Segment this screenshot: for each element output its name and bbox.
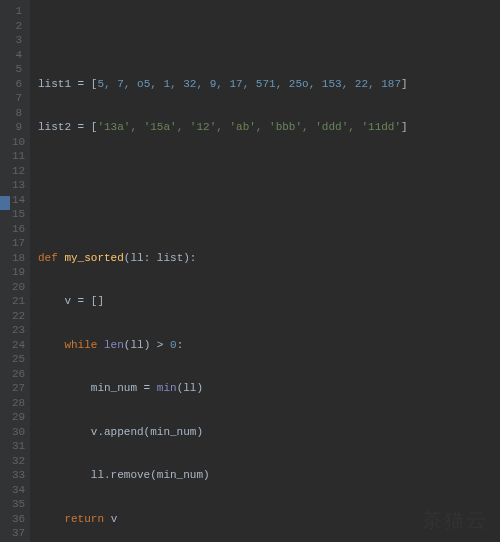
line-number: 1 xyxy=(12,4,22,19)
code-line[interactable]: return v xyxy=(38,512,500,527)
line-number: 22 xyxy=(12,309,22,324)
code-token: 5, 7, o5, 1, 32, 9, 17, 571, 25o, 153, 2… xyxy=(97,78,401,90)
code-line[interactable] xyxy=(38,164,500,179)
code-token: ] xyxy=(401,121,408,133)
line-number: 11 xyxy=(12,149,22,164)
line-number: 14 xyxy=(12,193,22,208)
code-token: (ll) > xyxy=(124,339,170,351)
line-number: 5 xyxy=(12,62,22,77)
line-number: 31 xyxy=(12,439,22,454)
breakpoint-strip[interactable] xyxy=(0,196,10,210)
code-line[interactable] xyxy=(38,207,500,222)
code-line[interactable] xyxy=(38,33,500,48)
line-number-gutter: 1 2 3 4 5 6 7 8 9 10 11 12 13 14 15 16 1… xyxy=(0,0,30,542)
line-number: 17 xyxy=(12,236,22,251)
line-number: 29 xyxy=(12,410,22,425)
line-number: 20 xyxy=(12,280,22,295)
code-token: v xyxy=(111,513,118,525)
line-number: 18 xyxy=(12,251,22,266)
line-number: 32 xyxy=(12,454,22,469)
code-token: def xyxy=(38,252,64,264)
code-line[interactable]: v.append(min_num) xyxy=(38,425,500,440)
code-area[interactable]: list1 = [5, 7, o5, 1, 32, 9, 17, 571, 25… xyxy=(30,0,500,542)
code-token: list2 = [ xyxy=(38,121,97,133)
line-number: 37 xyxy=(12,526,22,541)
line-number: 9 xyxy=(12,120,22,135)
code-token: v = [] xyxy=(38,295,104,307)
code-token: '13a', '15a', '12', 'ab', 'bbb', 'ddd', … xyxy=(97,121,401,133)
code-line[interactable]: min_num = min(ll) xyxy=(38,381,500,396)
code-token: list1 = [ xyxy=(38,78,97,90)
code-token: (ll) xyxy=(177,382,203,394)
line-number: 10 xyxy=(12,135,22,150)
code-line[interactable]: list1 = [5, 7, o5, 1, 32, 9, 17, 571, 25… xyxy=(38,77,500,92)
code-token: ll.remove(min_num) xyxy=(38,469,210,481)
line-number: 2 xyxy=(12,19,22,34)
code-line[interactable]: def my_sorted(ll: list): xyxy=(38,251,500,266)
line-number: 34 xyxy=(12,483,22,498)
code-line[interactable]: ll.remove(min_num) xyxy=(38,468,500,483)
code-token: ] xyxy=(401,78,408,90)
code-token: min_num = xyxy=(38,382,157,394)
code-token: 0 xyxy=(170,339,177,351)
code-line[interactable]: list2 = ['13a', '15a', '12', 'ab', 'bbb'… xyxy=(38,120,500,135)
line-number: 26 xyxy=(12,367,22,382)
code-editor[interactable]: 1 2 3 4 5 6 7 8 9 10 11 12 13 14 15 16 1… xyxy=(0,0,500,542)
line-number: 30 xyxy=(12,425,22,440)
line-number: 4 xyxy=(12,48,22,63)
line-number: 35 xyxy=(12,497,22,512)
code-token: min xyxy=(157,382,177,394)
line-number: 19 xyxy=(12,265,22,280)
line-number: 33 xyxy=(12,468,22,483)
line-number: 6 xyxy=(12,77,22,92)
line-number: 12 xyxy=(12,164,22,179)
line-number: 24 xyxy=(12,338,22,353)
line-number: 15 xyxy=(12,207,22,222)
code-token: (ll: list): xyxy=(124,252,197,264)
line-number: 25 xyxy=(12,352,22,367)
code-line[interactable]: v = [] xyxy=(38,294,500,309)
code-line[interactable]: while len(ll) > 0: xyxy=(38,338,500,353)
line-number: 27 xyxy=(12,381,22,396)
line-number: 7 xyxy=(12,91,22,106)
code-token: v.append(min_num) xyxy=(38,426,203,438)
code-token: len xyxy=(104,339,124,351)
line-number: 21 xyxy=(12,294,22,309)
line-number: 23 xyxy=(12,323,22,338)
code-token: while xyxy=(38,339,104,351)
line-number: 16 xyxy=(12,222,22,237)
code-token: my_sorted xyxy=(64,252,123,264)
code-token: : xyxy=(177,339,184,351)
line-number: 8 xyxy=(12,106,22,121)
line-number: 13 xyxy=(12,178,22,193)
line-number: 3 xyxy=(12,33,22,48)
line-number: 36 xyxy=(12,512,22,527)
code-token: return xyxy=(38,513,111,525)
line-number: 28 xyxy=(12,396,22,411)
